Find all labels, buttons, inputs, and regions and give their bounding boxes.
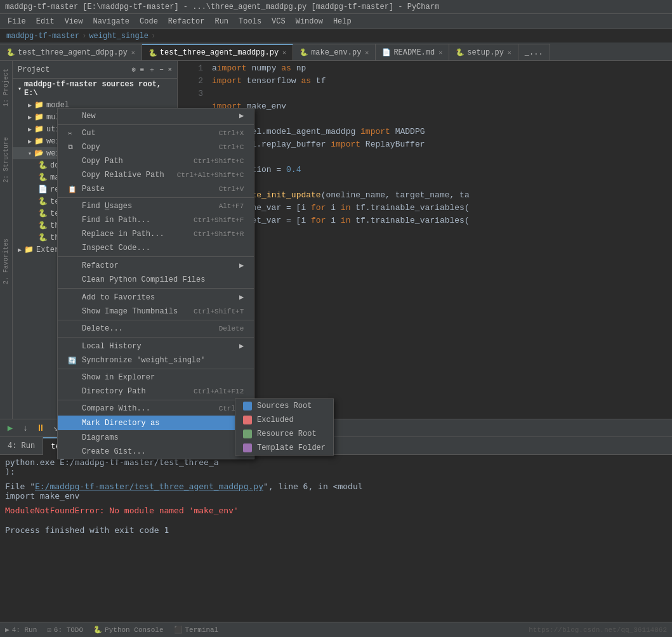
ctx-new[interactable]: New ▶ [58,108,254,123]
ctx-label-local-history: Local History [82,342,142,351]
menu-navigate[interactable]: Navigate [88,16,135,27]
left-panel-tabs: 1: Project 2: Structure 2. Favorites [0,61,13,419]
editor-tabs: 🐍 test_three_agent_ddpg.py ✕ 🐍 test_thre… [0,43,672,61]
status-run-label: 4: Run [12,626,37,634]
line-code-6: from model.model_agent_maddpg import MAD… [209,127,672,140]
submenu-template-folder[interactable]: Template Folder [235,441,333,455]
step-over-button[interactable]: ↓ [18,421,32,435]
tree-root[interactable]: ▾ maddpg-tf-master sources root, E:\ [13,79,177,99]
favorites-tab[interactable]: 2. Favorites [1,236,11,287]
ctx-synchronize[interactable]: 🔄 Synchronize 'weight_single' [58,353,254,367]
ctx-label-diagrams: Diagrams [82,433,119,442]
tab-make-env[interactable]: 🐍 make_env.py ✕ [293,44,376,60]
menu-file[interactable]: File [3,16,31,27]
ctx-clean[interactable]: Clean Python Compiled Files [58,273,254,287]
status-todo-label: 6: TODO [54,626,83,634]
context-menu: New ▶ ✂ Cut Ctrl+X ⧉ Copy Ctrl+C Copy Pa… [57,108,254,459]
ctx-label-create-gist: Create Gist... [82,447,146,456]
py-icon-3: 🐍 [456,48,464,56]
sidebar-header: Project ⚙ ≡ ＋ − × [13,61,177,79]
ctx-compare[interactable]: Compare With... Ctrl+D [58,402,254,416]
menu-tools[interactable]: Tools [234,16,267,27]
ctx-diagrams[interactable]: Diagrams ▶ [58,430,254,445]
ctx-copy[interactable]: ⧉ Copy Ctrl+C [58,140,254,154]
separator6 [58,337,254,338]
menu-refactor[interactable]: Refactor [163,16,210,27]
breadcrumb-root[interactable]: maddpg-tf-master [6,32,79,41]
ctx-add-favorites[interactable]: Add to Favorites ▶ [58,290,254,305]
ctx-find-in-path[interactable]: Find in Path... Ctrl+Shift+F [58,213,254,227]
tab-test-three-agent-maddpg[interactable]: 🐍 test_three_agent_maddpg.py ✕ [142,44,293,60]
cut-icon: ✂ [68,129,78,138]
ctx-label-copy-relative: Copy Relative Path [82,171,164,180]
menu-run[interactable]: Run [209,16,234,27]
tab-close-active[interactable]: ✕ [282,49,286,56]
ctx-create-gist[interactable]: Create Gist... [58,445,254,459]
submenu-label-excluded: Excluded [257,416,294,424]
menu-code[interactable]: Code [135,16,163,27]
ctx-local-history[interactable]: Local History ▶ [58,339,254,353]
ctx-shortcut-dir-path: Ctrl+Alt+F12 [194,388,244,395]
breadcrumb-folder[interactable]: weight_single [89,32,148,41]
status-terminal[interactable]: ⬛ Terminal [174,626,219,634]
pause-button[interactable]: ⏸ [34,421,48,435]
ctx-label-find-in-path: Find in Path... [82,216,150,225]
error-text: ModuleNotFoundError: No module named 'ma… [5,506,239,515]
tab-readme[interactable]: 📄 README.md ✕ [376,44,449,60]
run-output-exit: Process finished with exit code 1 [5,525,667,535]
status-run[interactable]: ▶ 4: Run [5,626,37,634]
line-code-8 [209,152,672,165]
menu-edit[interactable]: Edit [31,16,60,27]
ctx-inspect[interactable]: Inspect Code... [58,241,254,255]
ctx-copy-path[interactable]: Copy Path Ctrl+Shift+C [58,154,254,168]
ctx-cut[interactable]: ✂ Cut Ctrl+X [58,126,254,140]
arrow-icon-new: ▶ [239,111,244,121]
run-file-link[interactable]: E:/maddpg-tf-master/test_three_agent_mad… [35,482,263,491]
excluded-icon [243,416,252,424]
line-code-7: from util.replay_buffer import ReplayBuf… [209,140,672,152]
structure-tab[interactable]: 2: Structure [1,135,11,185]
submenu-sources-root[interactable]: Sources Root [235,399,333,413]
tab-close-2[interactable]: ✕ [365,49,369,56]
ctx-find-usages[interactable]: Find Usages Alt+F7 [58,199,254,213]
ctx-shortcut-paste: Ctrl+V [219,185,244,193]
submenu-resource-root[interactable]: Resource Root [235,427,333,441]
menu-window[interactable]: Window [291,16,328,27]
ctx-mark-directory[interactable]: Mark Directory as ▶ [58,416,254,430]
status-todo[interactable]: ☑ 6: TODO [47,626,83,634]
status-python-console[interactable]: 🐍 Python Console [93,626,163,634]
ctx-delete[interactable]: Delete... Delete [58,322,254,336]
status-terminal-label: Terminal [185,626,219,634]
ctx-copy-relative[interactable]: Copy Relative Path Ctrl+Alt+Shift+C [58,168,254,182]
menu-help[interactable]: Help [328,16,357,27]
run-button[interactable]: ▶ [3,421,17,435]
tab-test-three-agent-ddpg[interactable]: 🐍 test_three_agent_ddpg.py ✕ [0,44,142,60]
menu-vcs[interactable]: VCS [267,16,291,27]
ctx-refactor[interactable]: Refactor ▶ [58,258,254,273]
tab-label-3: README.md [393,48,435,57]
line-code-2: import tensorflow as tf [209,76,672,89]
folder-icon-weight-ma: 📁 [34,136,44,146]
ctx-label-copy: Copy [82,143,100,152]
tab-setup[interactable]: 🐍 setup.py ✕ [449,44,518,60]
ctx-label-find-usages: Find Usages [82,202,132,211]
ctx-directory-path[interactable]: Directory Path Ctrl+Alt+F12 [58,384,254,398]
ctx-replace-in-path[interactable]: Replace in Path... Ctrl+Shift+R [58,227,254,241]
ctx-label-show-thumbnails: Show Image Thumbnails [82,307,178,316]
separator4 [58,288,254,289]
tab-close-4[interactable]: ✕ [508,49,511,56]
bottom-content: python.exe E:/maddpg-tf-master/test_thre… [0,455,672,622]
ctx-show-thumbnails[interactable]: Show Image Thumbnails Ctrl+Shift+T [58,305,254,318]
tab-close[interactable]: ✕ [131,49,135,56]
template-folder-icon [243,443,252,452]
bottom-tab-run[interactable]: 4: Run [0,437,43,455]
project-tab[interactable]: 1: Project [1,66,11,109]
tab-close-3[interactable]: ✕ [438,49,442,56]
ctx-label-directory-path: Directory Path [82,387,146,396]
tab-more[interactable]: _... [518,44,550,60]
ctx-paste[interactable]: 📋 Paste Ctrl+V [58,182,254,196]
menu-view[interactable]: View [60,16,88,27]
ctx-show-explorer[interactable]: Show in Explorer [58,371,254,384]
submenu-excluded[interactable]: Excluded [235,413,333,427]
file-icon-test1: 🐍 [38,197,48,206]
